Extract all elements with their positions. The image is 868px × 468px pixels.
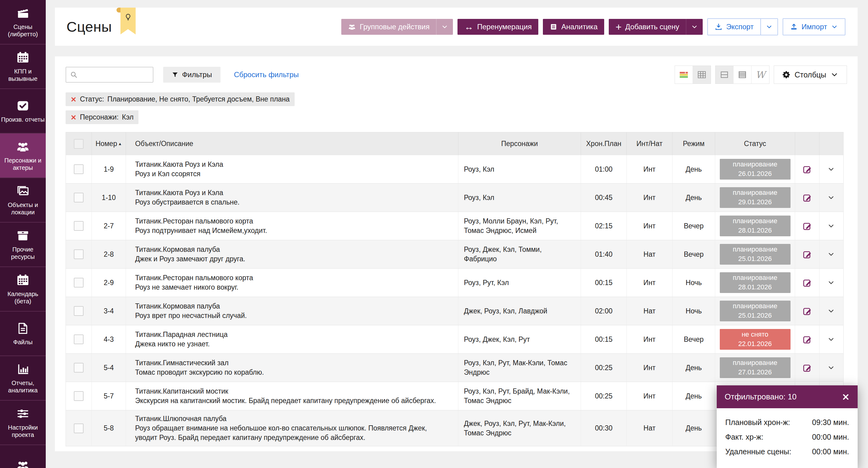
grid-view-button[interactable]: [693, 66, 711, 84]
row-expand-chevron-icon[interactable]: [827, 165, 835, 173]
row-expand-chevron-icon[interactable]: [827, 279, 835, 287]
stat-deleted-scenes: Удаленные сцены: 00:00 мин.: [725, 444, 849, 459]
scene-object: Титаник.Кормовая палуба: [135, 245, 220, 254]
row-expand-chevron-icon[interactable]: [827, 194, 835, 201]
sidebar-item-scenes-libretto[interactable]: Сцены (либретто): [0, 0, 46, 44]
reset-filters-link[interactable]: Сбросить фильтры: [234, 70, 299, 79]
row-checkbox[interactable]: [74, 363, 84, 373]
people-icon: [348, 23, 356, 31]
status-label: планирование: [733, 358, 777, 368]
import-button[interactable]: Импорт: [783, 18, 845, 35]
group-actions-button[interactable]: Групповые действия: [341, 19, 453, 35]
scene-chron-plan: 00:15: [581, 325, 627, 353]
scene-description: Джека никто не узнает.: [135, 339, 210, 349]
status-badge[interactable]: планирование 28.01.2026: [720, 272, 790, 293]
row-checkbox[interactable]: [74, 391, 84, 401]
edit-icon[interactable]: [802, 192, 812, 203]
colored-rows-view-button[interactable]: [675, 66, 693, 84]
wide-view-button[interactable]: W: [751, 66, 769, 84]
scene-number: 5-8: [92, 410, 126, 446]
search-input[interactable]: [80, 70, 149, 79]
row-expand-chevron-icon[interactable]: [827, 222, 835, 230]
edit-icon[interactable]: [802, 221, 812, 231]
scene-object: Титаник.Каюта Роуз и Кэла: [135, 160, 223, 169]
sidebar-item-kpp-callsheets[interactable]: КПП и вызывные: [0, 44, 46, 89]
remove-chip-icon[interactable]: [70, 96, 76, 102]
sidebar-item-icon: [16, 273, 30, 287]
status-badge[interactable]: планирование 28.01.2026: [720, 216, 790, 236]
header-chron[interactable]: Хрон.План: [581, 132, 627, 155]
group-actions-dropdown[interactable]: [436, 19, 453, 35]
view-controls: W Столбцы: [675, 66, 847, 84]
sidebar-item-users[interactable]: [0, 445, 46, 468]
select-all-checkbox[interactable]: [74, 139, 84, 149]
row-expand-chevron-icon[interactable]: [827, 250, 835, 258]
filters-button[interactable]: Фильтры: [163, 67, 220, 83]
hint-bookmark[interactable]: [121, 8, 136, 34]
export-dropdown[interactable]: [760, 19, 777, 35]
status-date: 22.01.2026: [738, 339, 772, 349]
edit-icon[interactable]: [802, 334, 812, 345]
add-scene-dropdown[interactable]: [686, 19, 703, 35]
row-checkbox[interactable]: [74, 424, 84, 433]
scene-number: 1-10: [92, 184, 126, 212]
status-date: 26.01.2026: [738, 169, 772, 179]
sidebar-item-reports-analytics[interactable]: Отчеты, аналитика: [0, 356, 46, 401]
sidebar-item-objects-locations[interactable]: Объекты и локации: [0, 178, 46, 223]
add-scene-button[interactable]: + Добавить сцену: [609, 19, 703, 35]
renumber-label: Перенумерация: [477, 23, 532, 31]
edit-icon[interactable]: [802, 249, 812, 259]
row-checkbox[interactable]: [74, 306, 84, 316]
sidebar-item-project-settings[interactable]: Настройки проекта: [0, 401, 46, 445]
header-intnat[interactable]: Инт/Нат: [627, 132, 673, 155]
edit-icon[interactable]: [802, 306, 812, 316]
scene-mode: День: [673, 410, 715, 446]
row-expand-chevron-icon[interactable]: [827, 307, 835, 315]
scene-chron-plan: 02:00: [581, 297, 627, 325]
gear-icon: [782, 70, 790, 79]
sidebar-item-icon: [16, 51, 30, 65]
scene-description: Экскурсия на капитанский мостик. Брайд п…: [135, 396, 436, 405]
table-row: 1-9 Титаник.Каюта Роуз и Кэла Роуз и Кэл…: [66, 155, 843, 184]
remove-chip-icon[interactable]: [70, 114, 76, 120]
header-characters[interactable]: Персонажи: [458, 132, 581, 155]
sidebar-item-files[interactable]: Файлы: [0, 312, 46, 356]
scene-number: 5-4: [92, 354, 126, 382]
row-checkbox[interactable]: [74, 278, 84, 287]
status-badge[interactable]: планирование 27.01.2026: [720, 357, 790, 378]
striped-view-button[interactable]: [734, 66, 751, 84]
row-expand-chevron-icon[interactable]: [827, 335, 835, 343]
row-checkbox[interactable]: [74, 193, 84, 202]
row-checkbox[interactable]: [74, 164, 84, 174]
row-checkbox[interactable]: [74, 249, 84, 259]
scene-mode: Вечер: [673, 212, 715, 240]
split-rows-view-button[interactable]: [715, 66, 734, 84]
edit-icon[interactable]: [802, 277, 812, 288]
row-checkbox[interactable]: [74, 335, 84, 344]
sidebar-item-production-reports[interactable]: Произв. отчеты: [0, 89, 46, 133]
row-checkbox[interactable]: [74, 221, 84, 231]
status-badge[interactable]: не снято 22.01.2026: [720, 329, 790, 350]
sidebar-item-characters-actors[interactable]: Персонажи и актеры: [0, 133, 46, 178]
edit-icon[interactable]: [802, 164, 812, 175]
export-button[interactable]: Экспорт: [707, 18, 778, 35]
density-view-toggle-group: W: [715, 66, 770, 84]
header-number[interactable]: Номер ▲: [92, 132, 126, 155]
header-object[interactable]: Объект/Описание: [126, 132, 458, 155]
edit-icon[interactable]: [802, 363, 812, 373]
sidebar-item-other-resources[interactable]: Прочие ресурсы: [0, 223, 46, 267]
sidebar-item-calendar-beta[interactable]: Календарь (бета): [0, 267, 46, 312]
header-status[interactable]: Статус: [715, 132, 795, 155]
close-icon[interactable]: [842, 393, 850, 401]
status-badge[interactable]: планирование 29.01.2026: [720, 187, 790, 208]
search-box[interactable]: [66, 67, 153, 83]
row-expand-chevron-icon[interactable]: [827, 364, 835, 372]
status-badge[interactable]: планирование 25.01.2026: [720, 301, 790, 321]
analytics-button[interactable]: Аналитика: [543, 19, 604, 35]
status-badge[interactable]: планирование 25.01.2026: [720, 244, 790, 264]
status-badge[interactable]: планирование 26.01.2026: [720, 159, 790, 180]
columns-button[interactable]: Столбцы: [774, 66, 847, 84]
sidebar-item-icon: [16, 229, 30, 243]
header-mode[interactable]: Режим: [673, 132, 715, 155]
renumber-button[interactable]: ↔ Перенумерация: [458, 19, 538, 35]
